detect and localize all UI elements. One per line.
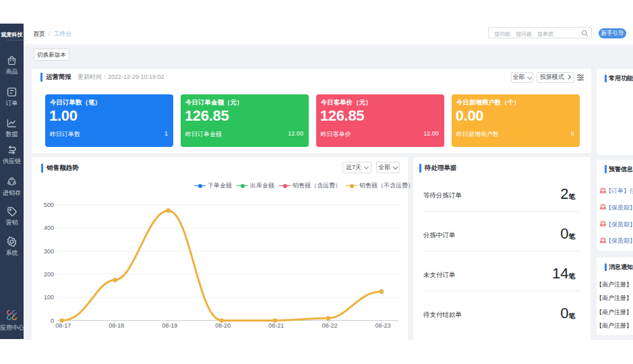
svg-text:08-17: 08-17 [55,322,71,329]
svg-text:08-21: 08-21 [268,322,284,329]
svg-text:0: 0 [51,317,54,324]
svg-text:08-20: 08-20 [215,322,231,329]
svg-text:08-22: 08-22 [322,322,337,329]
svg-text:100: 100 [44,294,54,301]
svg-text:08-19: 08-19 [162,322,177,329]
svg-text:500: 500 [44,202,54,208]
svg-text:200: 200 [44,271,54,278]
svg-text:08-18: 08-18 [109,322,124,329]
svg-text:08-23: 08-23 [375,322,390,329]
svg-text:300: 300 [44,248,54,255]
svg-text:400: 400 [44,224,54,231]
